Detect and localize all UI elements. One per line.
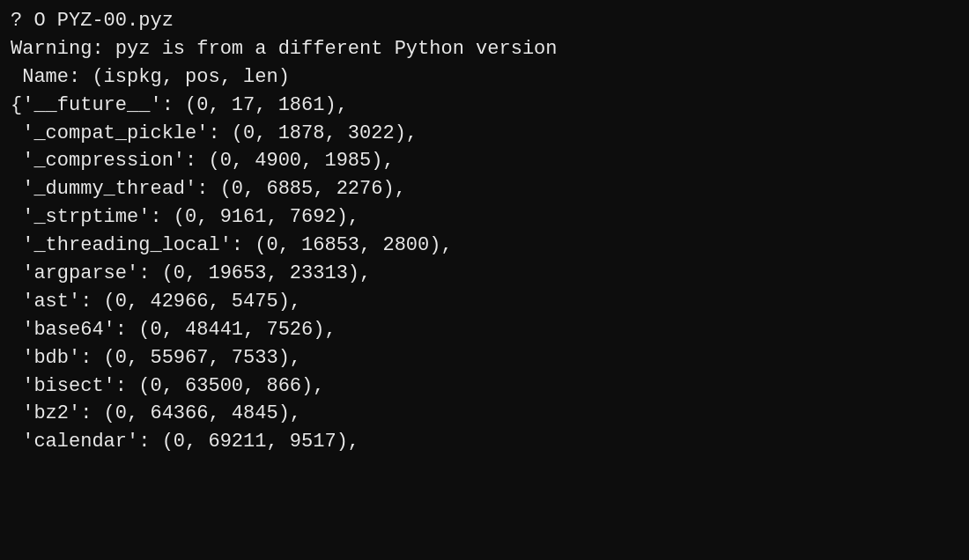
terminal-line: '_compat_pickle': (0, 1878, 3022), xyxy=(11,120,958,148)
terminal-line: 'bdb': (0, 55967, 7533), xyxy=(11,344,958,372)
terminal-line: ? O PYZ-00.pyz xyxy=(11,7,958,35)
terminal-line: 'argparse': (0, 19653, 23313), xyxy=(11,260,958,288)
terminal-line: 'calendar': (0, 69211, 9517), xyxy=(11,428,958,456)
terminal-line: Name: (ispkg, pos, len) xyxy=(11,63,958,92)
terminal-line: Warning: pyz is from a different Python … xyxy=(11,35,958,63)
terminal-line: 'bisect': (0, 63500, 866), xyxy=(11,372,958,401)
terminal-line: {'__future__': (0, 17, 1861), xyxy=(11,92,958,120)
terminal-output: ? O PYZ-00.pyzWarning: pyz is from a dif… xyxy=(11,7,958,456)
terminal-line: '_dummy_thread': (0, 6885, 2276), xyxy=(11,175,958,203)
terminal-line: 'ast': (0, 42966, 5475), xyxy=(11,288,958,316)
terminal-line: '_threading_local': (0, 16853, 2800), xyxy=(11,232,958,260)
terminal-line: 'base64': (0, 48441, 7526), xyxy=(11,316,958,344)
terminal-line: 'bz2': (0, 64366, 4845), xyxy=(11,400,958,428)
terminal-line: '_compression': (0, 4900, 1985), xyxy=(11,147,958,175)
terminal-line: '_strptime': (0, 9161, 7692), xyxy=(11,203,958,232)
